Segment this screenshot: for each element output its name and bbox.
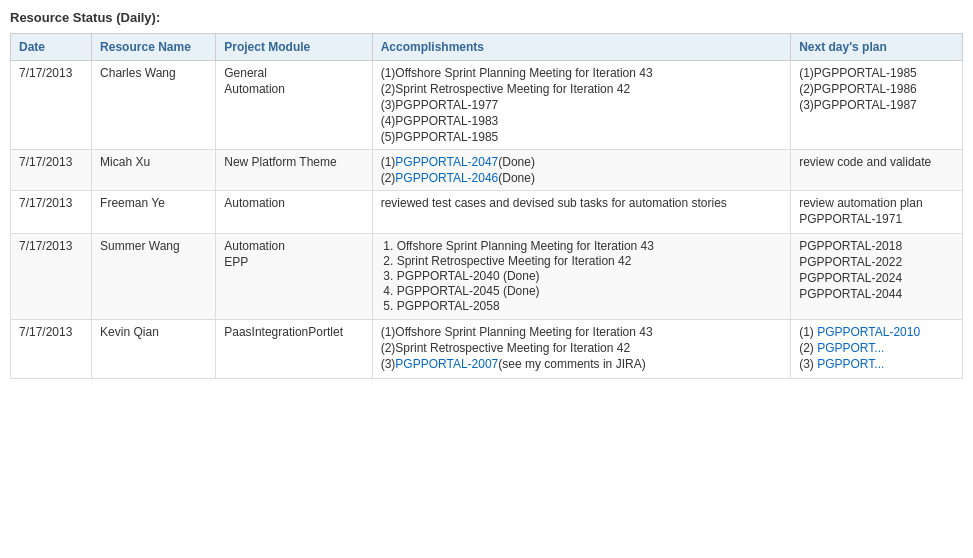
list-item: Offshore Sprint Planning Meeting for Ite…: [397, 239, 783, 253]
list-item: PGPPORTAL-2040 (Done): [397, 269, 783, 283]
table-row-project-module: PaasIntegrationPortlet: [216, 320, 372, 379]
table-row-accomplishments: (1)Offshore Sprint Planning Meeting for …: [372, 320, 791, 379]
table-row-project-module: GeneralAutomation: [216, 61, 372, 150]
table-row-next-plan: (1)PGPPORTAL-1985(2)PGPPORTAL-1986(3)PGP…: [791, 61, 963, 150]
table-row-date: 7/17/2013: [11, 150, 92, 191]
table-row-date: 7/17/2013: [11, 320, 92, 379]
list-item: PGPPORTAL-2045 (Done): [397, 284, 783, 298]
resource-status-table: Date Resource Name Project Module Accomp…: [10, 33, 963, 379]
accomplishment-link[interactable]: PGPPORTAL-2046: [395, 171, 498, 185]
table-row-next-plan: review code and validate: [791, 150, 963, 191]
table-row-project-module: Automation: [216, 191, 372, 234]
accomplishment-link[interactable]: PGPPORTAL-2007: [395, 357, 498, 371]
table-row-resource-name: Charles Wang: [92, 61, 216, 150]
table-row-next-plan: review automation planPGPPORTAL-1971: [791, 191, 963, 234]
page-title: Resource Status (Daily):: [10, 10, 963, 25]
table-row-project-module: New Platform Theme: [216, 150, 372, 191]
list-item: PGPPORTAL-2058: [397, 299, 783, 313]
table-row-accomplishments: (1)Offshore Sprint Planning Meeting for …: [372, 61, 791, 150]
table-row-date: 7/17/2013: [11, 234, 92, 320]
list-item: Sprint Retrospective Meeting for Iterati…: [397, 254, 783, 268]
next-plan-link[interactable]: PGPPORT...: [817, 357, 884, 371]
next-plan-link[interactable]: PGPPORT...: [817, 341, 884, 355]
col-header-project-module: Project Module: [216, 34, 372, 61]
col-header-resource-name: Resource Name: [92, 34, 216, 61]
table-row-date: 7/17/2013: [11, 61, 92, 150]
table-row-next-plan: PGPPORTAL-2018PGPPORTAL-2022PGPPORTAL-20…: [791, 234, 963, 320]
table-row-date: 7/17/2013: [11, 191, 92, 234]
next-plan-link[interactable]: PGPPORTAL-2010: [817, 325, 920, 339]
col-header-accomplishments: Accomplishments: [372, 34, 791, 61]
accomplishment-link[interactable]: PGPPORTAL-2047: [395, 155, 498, 169]
table-row-next-plan: (1) PGPPORTAL-2010(2) PGPPORT...(3) PGPP…: [791, 320, 963, 379]
col-header-date: Date: [11, 34, 92, 61]
table-row-resource-name: Freeman Ye: [92, 191, 216, 234]
table-row-accomplishments: Offshore Sprint Planning Meeting for Ite…: [372, 234, 791, 320]
table-row-project-module: AutomationEPP: [216, 234, 372, 320]
table-row-resource-name: Summer Wang: [92, 234, 216, 320]
table-row-resource-name: Micah Xu: [92, 150, 216, 191]
table-row-resource-name: Kevin Qian: [92, 320, 216, 379]
table-row-accomplishments: reviewed test cases and devised sub task…: [372, 191, 791, 234]
table-row-accomplishments: (1)PGPPORTAL-2047(Done)(2)PGPPORTAL-2046…: [372, 150, 791, 191]
col-header-next-plan: Next day's plan: [791, 34, 963, 61]
